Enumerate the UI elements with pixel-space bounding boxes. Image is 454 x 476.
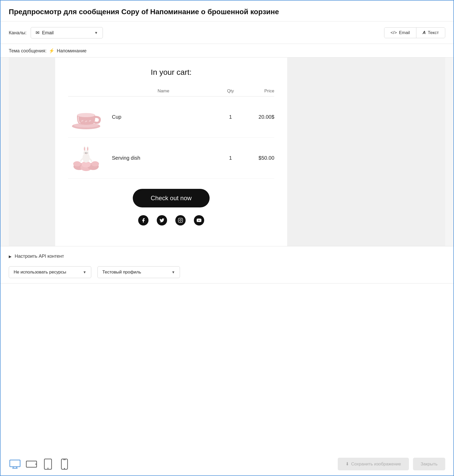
footer-right-buttons: ⬇ Сохранить изображение Закрыть	[338, 458, 445, 470]
svg-point-19	[180, 220, 181, 221]
bolt-icon: ⚡	[49, 48, 56, 53]
instagram-icon[interactable]	[175, 215, 186, 225]
channel-dropdown[interactable]: ✉ Email ▼	[31, 27, 103, 38]
subject-text: Напоминание	[57, 48, 86, 53]
serving-dish-svg	[69, 144, 103, 172]
desktop-view-button[interactable]	[9, 459, 21, 469]
close-button[interactable]: Закрыть	[413, 458, 445, 470]
email-preview: In your cart: Name Qty Price	[9, 58, 445, 246]
cup-image	[68, 103, 104, 131]
api-content-label: Настроить API контент	[15, 254, 64, 259]
footer-toolbar: ⬇ Сохранить изображение Закрыть	[1, 453, 453, 475]
product-price-dish: $50.00	[243, 155, 274, 161]
cart-table-header: Name Qty Price	[68, 86, 274, 96]
svg-point-15	[85, 153, 86, 154]
profile-dropdown-value: Тестовый профиль	[102, 270, 169, 275]
preview-area: In your cart: Name Qty Price	[1, 58, 453, 246]
resources-dropdown-value: Не использовать ресурсы	[14, 270, 80, 275]
svg-rect-22	[10, 460, 20, 467]
col-header-qty: Qty	[218, 88, 243, 94]
col-header-price: Price	[243, 88, 274, 94]
svg-point-14	[87, 147, 88, 151]
text-view-label: Текст	[428, 30, 439, 35]
email-left-gutter	[9, 58, 55, 246]
text-view-button[interactable]: A Текст	[416, 28, 445, 38]
svg-point-16	[87, 153, 87, 154]
channel-section: Каналы: ✉ Email ▼ </> Email A Текст	[1, 21, 453, 44]
table-row: Cup 1 20.00$	[68, 96, 274, 138]
table-row: Serving dish 1 $50.00	[68, 138, 274, 179]
svg-rect-31	[63, 459, 66, 460]
svg-point-2	[77, 113, 95, 117]
tablet-portrait-view-button[interactable]	[42, 459, 54, 469]
api-content-toggle[interactable]: ▶ Настроить API контент	[9, 254, 445, 259]
svg-point-17	[86, 154, 87, 154]
svg-point-12	[84, 147, 85, 151]
email-view-label: Email	[399, 30, 410, 35]
save-image-button[interactable]: ⬇ Сохранить изображение	[338, 458, 409, 470]
svg-rect-18	[178, 218, 183, 223]
svg-point-27	[35, 464, 36, 465]
twitter-icon[interactable]	[157, 215, 167, 225]
svg-point-8	[91, 161, 99, 166]
product-qty-dish: 1	[218, 155, 243, 161]
product-name-cup: Cup	[109, 114, 218, 120]
chevron-down-icon: ▼	[83, 270, 86, 274]
subject-line: Тема сообщения: ⚡ Напоминание	[9, 48, 86, 53]
text-format-icon: A	[423, 30, 426, 35]
email-view-button[interactable]: </> Email	[384, 28, 416, 38]
cart-title: In your cart:	[68, 68, 274, 77]
mobile-view-button[interactable]	[58, 459, 71, 469]
checkout-btn-container: Check out now	[68, 189, 274, 207]
email-body: In your cart: Name Qty Price	[55, 58, 287, 246]
svg-point-7	[73, 161, 81, 166]
product-qty-cup: 1	[218, 114, 243, 120]
serving-dish-image	[68, 144, 104, 172]
subject-prefix: Тема сообщения:	[9, 48, 46, 53]
svg-point-32	[64, 468, 65, 469]
col-header-image	[68, 88, 109, 94]
bottom-section: ▶ Настроить API контент Не использовать …	[1, 246, 453, 284]
facebook-icon[interactable]	[138, 215, 148, 225]
chevron-down-icon: ▼	[94, 31, 98, 35]
view-toggle-buttons: </> Email A Текст	[384, 27, 445, 38]
subject-section: Тема сообщения: ⚡ Напоминание	[1, 44, 453, 58]
resources-dropdown[interactable]: Не использовать ресурсы ▼	[9, 266, 91, 278]
col-header-name: Name	[109, 88, 218, 94]
channel-left: Каналы: ✉ Email ▼	[9, 27, 103, 38]
envelope-icon: ✉	[36, 30, 39, 36]
product-price-cup: 20.00$	[243, 114, 274, 120]
preview-scroll-container[interactable]: In your cart: Name Qty Price	[9, 58, 445, 246]
product-name-dish: Serving dish	[109, 155, 218, 161]
code-icon: </>	[391, 30, 397, 35]
checkout-button[interactable]: Check out now	[133, 189, 210, 207]
svg-point-20	[181, 219, 182, 220]
youtube-icon[interactable]	[194, 215, 204, 225]
save-image-label: Сохранить изображение	[351, 462, 401, 467]
social-icons	[68, 215, 274, 233]
svg-rect-30	[61, 459, 68, 469]
dropdowns-row: Не использовать ресурсы ▼ Тестовый профи…	[9, 266, 445, 278]
tablet-landscape-view-button[interactable]	[25, 459, 38, 469]
page-title-bar: Предпросмотр для сообщения Copy of Напом…	[1, 1, 453, 21]
cup-svg	[69, 103, 103, 131]
page-title: Предпросмотр для сообщения Copy of Напом…	[9, 8, 445, 16]
svg-point-29	[47, 468, 48, 469]
profile-dropdown[interactable]: Тестовый профиль ▼	[97, 266, 180, 278]
channel-dropdown-value: Email	[42, 30, 92, 36]
channel-label: Каналы:	[9, 30, 27, 36]
download-icon: ⬇	[345, 461, 349, 467]
svg-rect-26	[26, 461, 37, 467]
chevron-down-icon: ▼	[171, 270, 175, 274]
page-wrapper: Предпросмотр для сообщения Copy of Напом…	[0, 0, 454, 476]
email-right-gutter	[287, 58, 445, 246]
toggle-arrow-icon: ▶	[9, 254, 12, 259]
device-icons	[9, 459, 71, 469]
